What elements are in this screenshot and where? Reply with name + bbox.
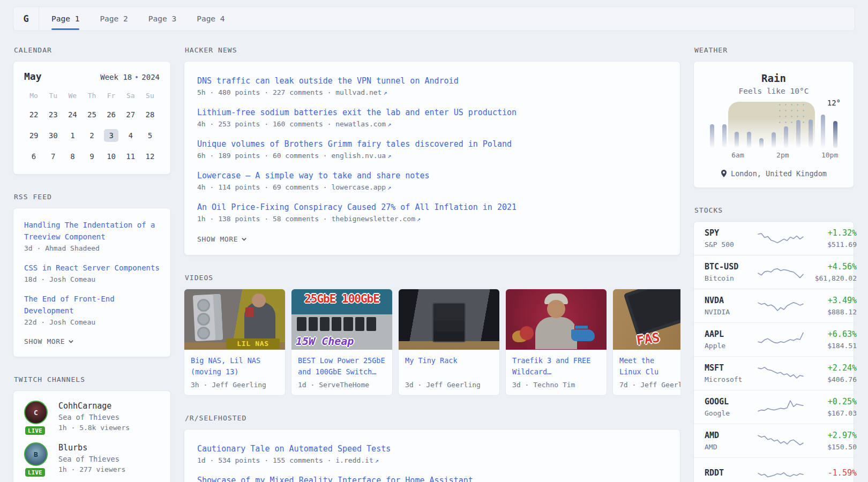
chevron-down-icon <box>68 338 74 344</box>
stock-ticker: GOOGL <box>705 397 756 406</box>
weather-title: WEATHER <box>694 46 854 54</box>
temperature-bar <box>821 115 825 148</box>
tab-page-3[interactable]: Page 3 <box>138 7 186 31</box>
stock-price: $61,820.02 <box>805 274 857 282</box>
stock-row[interactable]: AAPLApple +6.63%$184.51 <box>694 322 854 356</box>
calendar-day: 6 <box>24 147 43 165</box>
stock-row[interactable]: RDDT -1.59% <box>694 457 854 482</box>
stock-row[interactable]: MSFTMicrosoft +2.24%$406.76 <box>694 356 854 390</box>
external-link-icon[interactable]: ↗ <box>387 120 391 128</box>
video-thumbnail[interactable]: LIL NAS <box>184 289 285 350</box>
stock-name: Bitcoin <box>705 274 756 282</box>
tab-page-4[interactable]: Page 4 <box>186 7 235 31</box>
calendar-title: CALENDAR <box>14 46 171 54</box>
news-item-link[interactable]: Unique volumes of Brothers Grimm fairy t… <box>197 138 667 150</box>
twitch-channel-name[interactable]: Blurbs <box>58 442 125 453</box>
news-item-link[interactable]: Lithium-free sodium batteries exit the l… <box>197 107 667 118</box>
stock-change: +2.97% <box>805 431 857 440</box>
stock-sparkline <box>756 464 805 482</box>
dashboard-page: G Page 1 Page 2 Page 3 Page 4 CALENDAR M… <box>0 0 868 482</box>
stock-ticker: AMD <box>705 431 756 440</box>
twitch-channel-name[interactable]: CohhCarnage <box>58 401 130 411</box>
stock-name: S&P 500 <box>705 240 756 248</box>
rss-title: RSS FEED <box>14 193 171 201</box>
twitch-channel-meta: 1h · 277 viewers <box>58 465 125 473</box>
stock-sparkline <box>756 229 805 248</box>
reddit-post-link[interactable]: Showcase of my Mixed Reality Interface f… <box>197 475 667 482</box>
calendar-day: 9 <box>82 147 101 165</box>
video-thumbnail[interactable]: 25GbE 100GbE 15W Cheap <box>291 289 392 350</box>
external-link-icon[interactable]: ↗ <box>383 89 387 96</box>
video-card-row: LIL NAS Big NAS, Lil NAS (moving 13) 3h … <box>184 289 680 396</box>
news-item: DNS traffic can leak outside the VPN tun… <box>197 75 667 96</box>
video-title-link[interactable]: Traefik 3 and FREE Wildcard… <box>512 355 600 378</box>
video-title-link[interactable]: BEST Low Power 25GbE and 100GbE Switch… <box>298 355 386 378</box>
hacker-news-show-more-button[interactable]: SHOW MORE <box>197 235 247 243</box>
stock-row[interactable]: GOOGLGoogle +0.25%$167.03 <box>694 390 854 424</box>
page-tabs: Page 1 Page 2 Page 3 Page 4 <box>41 7 235 31</box>
calendar-day: 22 <box>24 106 43 124</box>
calendar-day: 10 <box>102 147 121 165</box>
stock-price: $167.03 <box>805 409 857 417</box>
twitch-channel-row[interactable]: B LIVE Blurbs Sea of Thieves 1h · 277 vi… <box>24 442 160 473</box>
news-item-link[interactable]: Lowercase – A simple way to take and sha… <box>197 170 667 182</box>
stock-sparkline <box>756 364 805 383</box>
stock-change: +2.24% <box>805 363 857 373</box>
tab-page-1[interactable]: Page 1 <box>41 7 89 31</box>
hacker-news-title: HACKER NEWS <box>185 46 680 54</box>
rss-item-link[interactable]: Handling The Indentation of a Treeview C… <box>24 219 160 243</box>
stock-ticker: SPY <box>705 228 756 238</box>
calendar-day: 11 <box>121 147 140 165</box>
rss-show-more-button[interactable]: SHOW MORE <box>24 337 74 345</box>
video-thumbnail[interactable] <box>399 289 499 350</box>
reddit-post-meta: 1d · 534 points · 155 comments · i.redd.… <box>197 456 667 464</box>
stock-change: +3.49% <box>805 296 857 305</box>
rss-item-meta: 3d · Ahmad Shadeed <box>24 244 160 252</box>
temperature-bar <box>796 120 800 148</box>
video-meta: 3h · Jeff Geerling <box>191 381 279 389</box>
stock-row[interactable]: BTC-USDBitcoin +4.56%$61,820.02 <box>694 255 854 289</box>
news-item-meta: 4h · 253 points · 160 comments · newatla… <box>197 120 667 128</box>
stock-change: +6.63% <box>805 329 857 339</box>
rss-item-link[interactable]: CSS in React Server Components <box>24 262 160 274</box>
external-link-icon[interactable]: ↗ <box>387 152 391 160</box>
video-card: FAS Meet the Linux Clu 7d · Jeff Geerlin… <box>612 289 680 396</box>
calendar-day: 25 <box>82 106 101 124</box>
external-link-icon[interactable]: ↗ <box>417 215 421 223</box>
app-logo[interactable]: G <box>13 7 39 31</box>
calendar-day: 24 <box>63 106 82 124</box>
calendar-day: 29 <box>24 126 43 145</box>
stock-row[interactable]: NVDANVIDIA +3.49%$888.12 <box>694 289 854 322</box>
stock-row[interactable]: SPYS&P 500 +1.32%$511.69 <box>694 222 854 255</box>
news-item: Lowercase – A simple way to take and sha… <box>197 170 667 191</box>
news-item: Unique volumes of Brothers Grimm fairy t… <box>197 138 667 160</box>
news-item-link[interactable]: An Oil Price-Fixing Conspiracy Caused 27… <box>197 201 667 213</box>
calendar-widget: CALENDAR May Week 18 2024 Mo Tu We <box>13 46 171 175</box>
video-thumbnail[interactable] <box>506 289 607 350</box>
avatar: C <box>24 401 48 424</box>
stock-ticker: BTC-USD <box>705 262 756 272</box>
calendar-day: 7 <box>43 147 63 165</box>
stock-ticker: AAPL <box>705 329 756 339</box>
tab-page-2[interactable]: Page 2 <box>89 7 138 31</box>
stock-row[interactable]: AMDAMD +2.97%$150.50 <box>694 424 854 457</box>
rss-item-link[interactable]: The End of Front-End Development <box>24 293 160 317</box>
stock-change: +4.56% <box>805 262 857 272</box>
avatar: B <box>24 442 48 466</box>
stock-change: -1.59% <box>805 468 857 478</box>
twitch-channel-row[interactable]: C LIVE CohhCarnage Sea of Thieves 1h · 5… <box>24 401 160 432</box>
video-title-link[interactable]: Big NAS, Lil NAS (moving 13) <box>191 355 279 378</box>
dot-separator <box>136 76 138 78</box>
twitch-widget: TWITCH CHANNELS C LIVE CohhCarnage Sea o… <box>13 375 171 482</box>
video-title-link[interactable]: Meet the Linux Clu <box>619 355 680 378</box>
reddit-widget: /R/SELFHOSTED Cautionary Tale on Automat… <box>184 414 680 482</box>
live-badge: LIVE <box>25 426 45 435</box>
external-link-icon[interactable]: ↗ <box>387 184 391 191</box>
video-thumbnail[interactable]: FAS <box>613 289 680 350</box>
news-item-link[interactable]: DNS traffic can leak outside the VPN tun… <box>197 75 667 87</box>
external-link-icon[interactable]: ↗ <box>375 457 379 464</box>
stock-name: NVIDIA <box>705 308 756 316</box>
video-title-link[interactable]: My Tiny Rack <box>405 355 493 366</box>
hacker-news-widget: HACKER NEWS DNS traffic can leak outside… <box>184 46 680 255</box>
reddit-post-link[interactable]: Cautionary Tale on Automated Speed Tests <box>197 443 667 455</box>
